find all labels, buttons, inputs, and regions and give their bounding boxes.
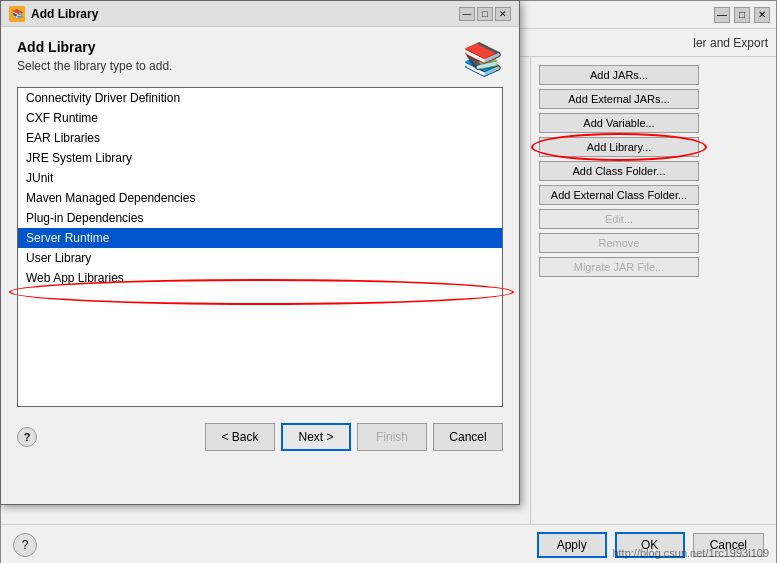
list-item-plugin[interactable]: Plug-in Dependencies	[18, 208, 502, 228]
add-ext-class-folder-button[interactable]: Add External Class Folder...	[539, 185, 699, 205]
finish-button[interactable]: Finish	[357, 423, 427, 451]
add-library-container: Add Library...	[539, 137, 699, 157]
next-button[interactable]: Next >	[281, 423, 351, 451]
modal-maximize-btn[interactable]: □	[477, 7, 493, 21]
modal-close-btn[interactable]: ✕	[495, 7, 511, 21]
list-item-junit[interactable]: JUnit	[18, 168, 502, 188]
migrate-jar-button[interactable]: Migrate JAR File...	[539, 257, 699, 277]
list-item-maven[interactable]: Maven Managed Dependencies	[18, 188, 502, 208]
add-library-modal: 📚 Add Library — □ ✕ Add Library Select t…	[0, 0, 520, 505]
add-external-jars-button[interactable]: Add External JARs...	[539, 89, 699, 109]
modal-footer: ? < Back Next > Finish Cancel	[1, 415, 519, 459]
modal-titlebar-left: 📚 Add Library	[9, 6, 98, 22]
list-item-connectivity[interactable]: Connectivity Driver Definition	[18, 88, 502, 108]
modal-help-button[interactable]: ?	[17, 427, 37, 447]
modal-heading: Add Library	[17, 39, 172, 55]
cancel-modal-button[interactable]: Cancel	[433, 423, 503, 451]
modal-subtext: Select the library type to add.	[17, 59, 172, 73]
bg-maximize-btn[interactable]: □	[734, 7, 750, 23]
modal-footer-buttons: < Back Next > Finish Cancel	[205, 423, 503, 451]
bg-minimize-btn[interactable]: —	[714, 7, 730, 23]
list-item-user-library[interactable]: User Library	[18, 248, 502, 268]
help-bg-button[interactable]: ?	[13, 533, 37, 557]
modal-list[interactable]: Connectivity Driver Definition CXF Runti…	[17, 87, 503, 407]
right-buttons-group: Add JARs... Add External JARs... Add Var…	[539, 65, 768, 277]
modal-titlebar-btns: — □ ✕	[459, 7, 511, 21]
add-jars-button[interactable]: Add JARs...	[539, 65, 699, 85]
modal-header-text: Add Library Select the library type to a…	[17, 39, 172, 73]
add-library-button[interactable]: Add Library...	[539, 137, 699, 157]
modal-header: Add Library Select the library type to a…	[1, 27, 519, 87]
modal-title-icon: 📚	[9, 6, 25, 22]
modal-minimize-btn[interactable]: —	[459, 7, 475, 21]
modal-help-section: ?	[17, 427, 37, 447]
bg-titlebar-buttons: — □ ✕	[714, 7, 770, 23]
list-item-server-runtime[interactable]: Server Runtime	[18, 228, 502, 248]
section-label: ler and Export	[693, 36, 768, 50]
list-item-web-app[interactable]: Web App Libraries	[18, 268, 502, 288]
list-item-cxf[interactable]: CXF Runtime	[18, 108, 502, 128]
back-button[interactable]: < Back	[205, 423, 275, 451]
bg-right-panel: Add JARs... Add External JARs... Add Var…	[531, 57, 776, 524]
list-item-jre[interactable]: JRE System Library	[18, 148, 502, 168]
add-class-folder-button[interactable]: Add Class Folder...	[539, 161, 699, 181]
watermark-text: http://blog.csun.net/1rc1993i109	[612, 547, 769, 559]
apply-button[interactable]: Apply	[537, 532, 607, 558]
remove-button[interactable]: Remove	[539, 233, 699, 253]
modal-title-text: Add Library	[31, 7, 98, 21]
add-variable-button[interactable]: Add Variable...	[539, 113, 699, 133]
modal-titlebar: 📚 Add Library — □ ✕	[1, 1, 519, 27]
book-icon: 📚	[463, 40, 503, 78]
edit-button[interactable]: Edit...	[539, 209, 699, 229]
bg-close-btn[interactable]: ✕	[754, 7, 770, 23]
list-item-ear[interactable]: EAR Libraries	[18, 128, 502, 148]
modal-header-icon: 📚	[463, 39, 503, 79]
